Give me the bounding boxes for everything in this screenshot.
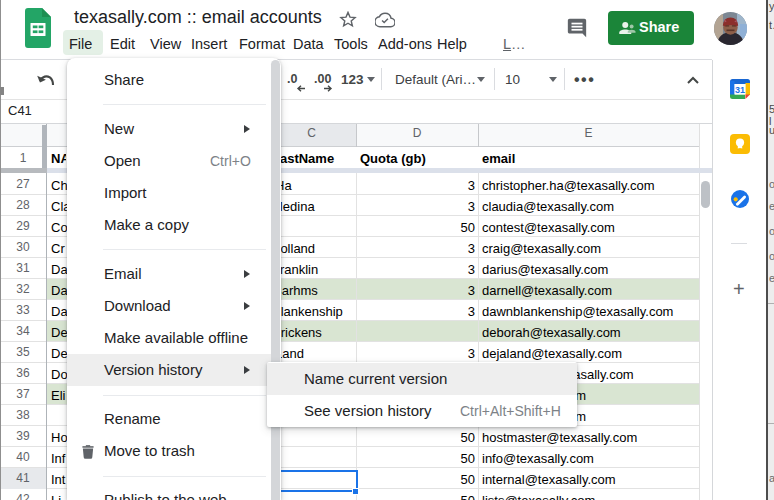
svg-text:31: 31 (735, 85, 745, 95)
